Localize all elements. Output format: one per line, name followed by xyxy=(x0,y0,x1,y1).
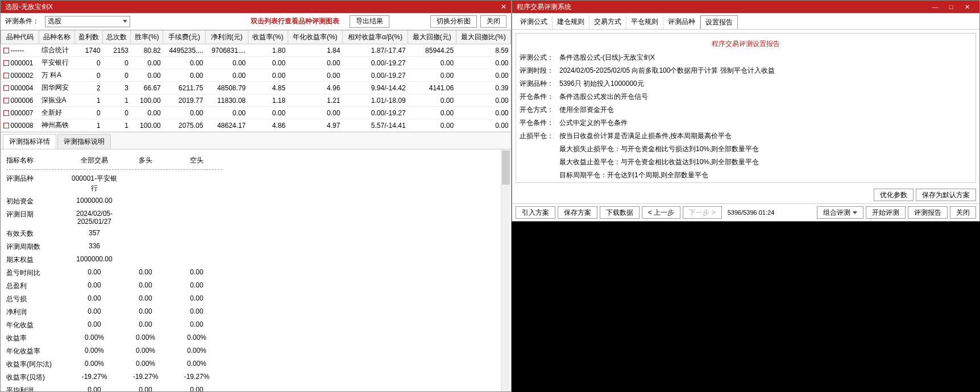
save-button[interactable]: 保存方案 xyxy=(558,206,597,219)
combo-eval-button[interactable]: 组合评测 xyxy=(817,206,863,219)
row-checkbox[interactable] xyxy=(3,98,9,103)
right-title-bar: 程序交易评测系统 — □ ✕ xyxy=(512,1,979,13)
table-row[interactable]: 000006深振业A11100.002019.7711830.081.181.2… xyxy=(1,94,511,107)
close-icon[interactable]: ✕ xyxy=(501,3,506,11)
table-header[interactable]: 年化收益率(%) xyxy=(288,31,342,44)
detail-block: 指标名称全部交易多头空头 评测品种000001-平安银行初始资金1000000.… xyxy=(1,149,511,391)
row-checkbox[interactable] xyxy=(3,110,9,116)
detail-row: 年化收益率0.00%0.00%0.00% xyxy=(6,345,505,358)
report-line: 评测品种：5396只 初始投入1000000元 xyxy=(520,77,972,90)
detail-header-cell: 多头 xyxy=(120,156,171,165)
report-box: 程序交易评测设置报告 评测公式：条件选股公式-(日线)-无敌宝剑X评测时段：20… xyxy=(516,33,976,183)
right-lower-area xyxy=(512,222,980,392)
table-header[interactable]: 最大回撤比(%) xyxy=(456,31,510,44)
detail-tabs: 评测指标详情 评测指标说明 xyxy=(1,132,511,149)
left-panel: 选股-无敌宝剑X ✕ 评测条件： 选股 双击列表行查看品种评测图表 导出结果 切… xyxy=(0,0,512,392)
table-row[interactable]: 000007全新好000.000.000.000.000.000.00/-19.… xyxy=(1,107,511,119)
report-line: 目标周期平仓：开仓达到1个周期,则全部数量平仓 xyxy=(520,169,972,182)
detail-row: 期末权益1000000.00 xyxy=(6,253,505,266)
detail-row: 总盈利0.000.000.00 xyxy=(6,280,505,293)
right-close-button[interactable]: 关闭 xyxy=(950,206,976,219)
prev-button[interactable]: < 上一步 xyxy=(642,206,680,219)
row-checkbox[interactable] xyxy=(3,73,9,78)
import-button[interactable]: 引入方案 xyxy=(516,206,555,219)
table-header[interactable]: 净利润(元) xyxy=(205,31,248,44)
stock-table: 品种代码品种名称盈利数总次数胜率(%)手续费(元)净利润(元)收益率(%)年化收… xyxy=(1,30,511,132)
table-header[interactable]: 品种代码 xyxy=(1,31,39,44)
table-row[interactable]: 000002万 科A000.000.000.000.000.000.00/-19… xyxy=(1,69,511,82)
right-tab[interactable]: 建仓规则 xyxy=(553,15,589,29)
start-eval-button[interactable]: 开始评测 xyxy=(866,206,906,219)
table-header[interactable]: 手续费(元) xyxy=(163,31,206,44)
right-tab[interactable]: 平仓规则 xyxy=(626,15,663,29)
eval-report-button[interactable]: 评测报告 xyxy=(908,206,948,219)
tab-detail[interactable]: 评测指标详情 xyxy=(3,134,56,149)
minimize-icon[interactable]: — xyxy=(927,3,943,11)
download-button[interactable]: 下载数据 xyxy=(600,206,640,219)
detail-header-cell: 指标名称 xyxy=(6,156,69,165)
maximize-icon[interactable]: □ xyxy=(943,3,959,11)
switch-chart-button[interactable]: 切换分析图 xyxy=(430,15,477,28)
close-button[interactable]: 关闭 xyxy=(480,15,506,28)
report-line: 开仓条件：条件选股公式发出的开仓信号 xyxy=(520,90,972,103)
row-checkbox[interactable] xyxy=(3,85,9,91)
right-tab[interactable]: 设置报告 xyxy=(700,15,738,29)
detail-header-cell: 空头 xyxy=(171,156,222,165)
right-title: 程序交易评测系统 xyxy=(517,2,571,12)
export-button[interactable]: 导出结果 xyxy=(350,15,389,28)
left-title-bar: 选股-无敌宝剑X ✕ xyxy=(1,1,511,13)
right-tab[interactable]: 评测公式 xyxy=(516,15,553,29)
condition-combo[interactable]: 选股 xyxy=(45,16,130,27)
report-line: 计算相对收益率选择的参照品种：沪深300 xyxy=(520,182,972,183)
table-row[interactable]: ------综合统计1740215380.824495235....970683… xyxy=(1,44,511,57)
chevron-down-icon xyxy=(123,20,127,23)
report-title: 程序交易评测设置报告 xyxy=(520,37,972,51)
table-header[interactable]: 品种名称 xyxy=(39,31,75,44)
row-checkbox[interactable] xyxy=(3,48,9,53)
detail-row: 有效天数357 xyxy=(6,227,505,240)
left-title: 选股-无敌宝剑X xyxy=(5,2,53,12)
right-tabs: 评测公式建仓规则交易方式平仓规则评测品种设置报告 xyxy=(512,13,979,30)
report-line: 最大收益止盈平仓：与开仓资金相比收益达到10%,则全部数量平仓 xyxy=(520,156,972,169)
row-checkbox[interactable] xyxy=(3,123,9,128)
tab-explain[interactable]: 评测指标说明 xyxy=(57,134,111,149)
table-row[interactable]: 000008神州高铁11100.002075.0548624.174.864.9… xyxy=(1,119,511,132)
left-toolbar: 评测条件： 选股 双击列表行查看品种评测图表 导出结果 切换分析图 关闭 xyxy=(1,13,511,30)
right-panel: 程序交易评测系统 — □ ✕ 评测公式建仓规则交易方式平仓规则评测品种设置报告 … xyxy=(512,0,980,392)
detail-row: 平均利润0.000.000.00 xyxy=(6,384,505,391)
table-header[interactable]: 总次数 xyxy=(103,31,131,44)
condition-label: 评测条件： xyxy=(5,16,39,26)
detail-row: 评测品种000001-平安银行 xyxy=(6,172,505,195)
table-header[interactable]: 最大回撤(元) xyxy=(408,31,456,44)
hint-text: 双击列表行查看品种评测图表 xyxy=(251,16,339,26)
detail-row: 收益率0.00%0.00%0.00% xyxy=(6,332,505,345)
right-tab[interactable]: 评测品种 xyxy=(663,15,700,29)
optimize-button[interactable]: 优化参数 xyxy=(874,189,913,201)
chevron-down-icon xyxy=(853,211,857,214)
detail-row: 收益率(贝塔)-19.27%-19.27%-19.27% xyxy=(6,371,505,384)
detail-row: 年化收益0.000.000.00 xyxy=(6,319,505,332)
status-text: 5396/5396 01:24 xyxy=(724,209,778,216)
close-icon[interactable]: ✕ xyxy=(959,3,975,11)
table-header[interactable]: 盈利数 xyxy=(74,31,102,44)
table-row[interactable]: 000004国华网安2366.676211.7548508.794.854.96… xyxy=(1,82,511,94)
detail-row: 初始资金1000000.00 xyxy=(6,195,505,208)
right-tab[interactable]: 交易方式 xyxy=(589,15,626,29)
next-button[interactable]: 下一步 > xyxy=(683,206,721,219)
report-line: 止损平仓：按当日收盘价计算是否满足止损条件,按本周期最高价平仓 xyxy=(520,130,972,143)
report-line: 平仓条件：公式中定义的平仓条件 xyxy=(520,116,972,130)
report-line: 评测时段：2024/02/05-2025/02/05 向前多取100个数据用于计… xyxy=(520,64,972,77)
detail-row: 盈亏时间比0.000.000.00 xyxy=(6,266,505,280)
row-checkbox[interactable] xyxy=(3,60,9,66)
detail-row: 净利润0.000.000.00 xyxy=(6,306,505,319)
detail-row: 总亏损0.000.000.00 xyxy=(6,293,505,306)
table-header[interactable]: 相对收益率α/β(%) xyxy=(342,31,408,44)
detail-row: 评测日期2024/02/05-2025/01/27 xyxy=(6,208,505,227)
scrollbar[interactable] xyxy=(501,149,510,391)
table-row[interactable]: 000001平安银行000.000.000.000.000.000.00/-19… xyxy=(1,57,511,69)
table-header[interactable]: 胜率(%) xyxy=(131,31,163,44)
save-default-button[interactable]: 保存为默认方案 xyxy=(916,189,976,201)
table-header[interactable]: 收益率(%) xyxy=(248,31,288,44)
detail-row: 收益率(阿尔法)0.00%0.00%0.00% xyxy=(6,358,505,371)
detail-row: 评测周期数336 xyxy=(6,240,505,253)
